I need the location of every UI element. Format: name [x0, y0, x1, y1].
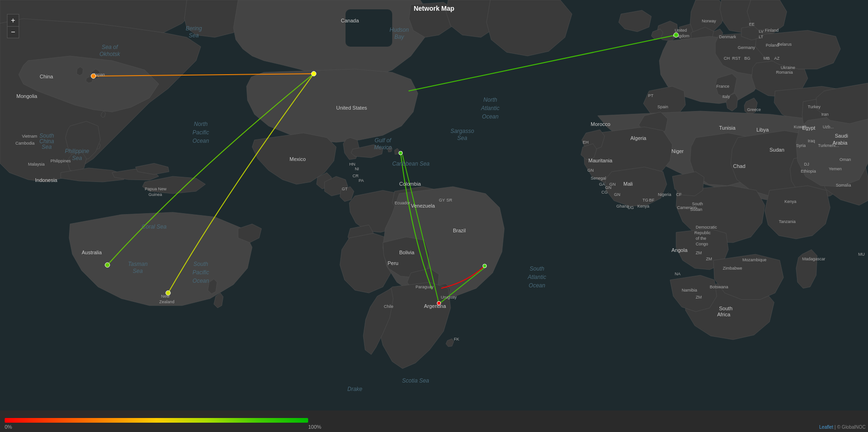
map-container: Network Map + − .land { fill: #3a3a3a; s…: [0, 0, 868, 432]
leaflet-link[interactable]: Leaflet: [819, 425, 833, 430]
svg-point-157: [91, 74, 96, 78]
svg-point-159: [105, 263, 110, 267]
svg-rect-1: [346, 9, 392, 47]
zoom-out-button[interactable]: −: [7, 26, 19, 38]
map-svg: .land { fill: #3a3a3a; stroke: #555; str…: [0, 0, 868, 411]
svg-point-161: [437, 301, 441, 305]
legend-min-label: 0%: [5, 424, 12, 430]
copyright-text: © GlobalNOC: [837, 425, 866, 430]
svg-point-162: [483, 264, 487, 268]
map-title: Network Map: [414, 5, 454, 12]
svg-point-160: [399, 151, 402, 155]
svg-point-156: [674, 33, 678, 37]
legend-bar: [5, 418, 308, 423]
attribution: Leaflet | © GlobalNOC: [819, 425, 866, 430]
svg-point-155: [311, 71, 316, 76]
legend-max-label: 100%: [308, 424, 321, 430]
zoom-controls: + −: [7, 14, 19, 38]
svg-point-158: [166, 291, 170, 295]
zoom-in-button[interactable]: +: [7, 14, 19, 26]
